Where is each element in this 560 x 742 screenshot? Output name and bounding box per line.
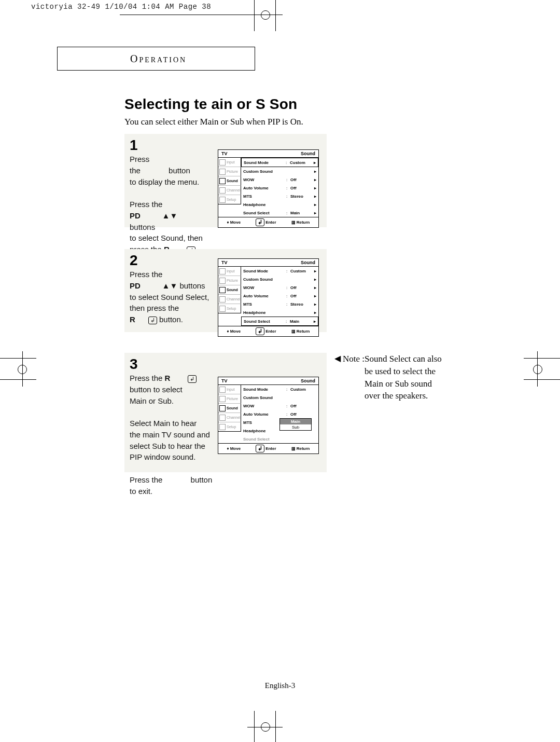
osd-row-mts: MTS:Stereo▸	[241, 192, 318, 200]
osd-step1: TVSound Input Picture Sound Channel Setu…	[218, 149, 319, 228]
return-icon: ▥	[291, 220, 296, 225]
osd-tab-setup: Setup	[218, 195, 241, 204]
enter-icon: ↲	[188, 375, 197, 383]
osd-footer: ♦Move ↲Enter ▥Return	[218, 326, 319, 337]
osd-sidebar: Input Picture Sound Channel Setup	[218, 385, 241, 444]
osd-tab-input: Input	[218, 158, 241, 167]
osd-row-sound-select: Sound Select	[241, 435, 318, 443]
osd-hdr-right: Sound	[301, 151, 315, 156]
osd-tab-picture: Picture	[218, 276, 241, 285]
osd-tab-channel: Channel	[218, 295, 241, 304]
enter-icon: ↲	[148, 317, 157, 324]
osd-row-sound-select: Sound Select:Main▸	[241, 317, 318, 326]
page-title: Selecting te ain or S Son	[124, 96, 297, 113]
osd-row-custom-sound: Custom Sound▸	[241, 167, 318, 175]
step-3-text: Press the R ↲ button to select Main or S…	[130, 373, 213, 497]
page-subtitle: You can select either Main or Sub when P…	[124, 117, 303, 127]
osd-tab-picture: Picture	[218, 394, 241, 404]
osd-footer: ♦Move ↲Enter ▥Return	[218, 217, 319, 228]
osd-row-mts: MTS:Stereo▸	[241, 300, 318, 308]
print-header: victoryia 32-49 1/10/04 1:04 AM Page 38	[31, 3, 211, 11]
osd-row-wow: WOW:Off	[241, 402, 318, 410]
left-arrow-icon: ◀	[334, 353, 341, 402]
osd-row-sound-select: Sound Select:Main▸	[241, 209, 318, 217]
osd-hdr-left: TV	[221, 151, 228, 156]
osd-tab-setup: Setup	[218, 422, 241, 432]
up-down-arrows-icon: ▲▼	[162, 211, 178, 220]
osd-row-custom-sound: Custom Sound	[241, 393, 318, 402]
step-2-text: Press the PD ▲▼ buttons to select Sound …	[130, 269, 213, 325]
osd-tab-sound: Sound	[218, 285, 241, 295]
osd-row-headphone: Headphone▸	[241, 308, 318, 317]
section-title: Operation	[130, 53, 187, 65]
osd-tab-input: Input	[218, 267, 241, 276]
osd-row-sound-mode: Sound Mode:Custom▸	[241, 158, 318, 167]
enter-icon: ↲	[256, 218, 264, 226]
channel-icon	[219, 187, 226, 194]
step-3-number: 3	[130, 356, 321, 373]
input-icon	[219, 159, 226, 166]
osd-sidebar: Input Picture Sound Channel Setup	[218, 267, 241, 326]
osd-footer: ♦Move ↲Enter ▥Return	[218, 444, 319, 454]
osd-row-wow: WOW:Off▸	[241, 175, 318, 184]
sound-select-popup: Main Sub	[279, 418, 312, 431]
osd-step3: TVSound Input Picture Sound Channel Setu…	[218, 377, 319, 454]
osd-tab-picture: Picture	[218, 167, 241, 176]
move-icon: ♦	[227, 220, 229, 225]
crop-mark-top	[254, 0, 276, 31]
picture-icon	[219, 169, 226, 175]
osd-step2: TVSound Input Picture Sound Channel Setu…	[218, 258, 319, 337]
setup-icon	[219, 197, 226, 203]
section-title-box: Operation	[57, 47, 255, 71]
crop-mark-left	[0, 358, 36, 380]
osd-sidebar: Input Picture Sound Channel Setup	[218, 158, 241, 217]
osd-row-sound-mode: Sound Mode:Custom	[241, 385, 318, 393]
osd-row-auto-volume: Auto Volume:Off	[241, 410, 318, 418]
page-number: English-3	[0, 681, 560, 690]
osd-row-custom-sound: Custom Sound▸	[241, 275, 318, 283]
popup-opt-sub: Sub	[280, 424, 311, 430]
up-down-arrows-icon: ▲▼	[162, 281, 178, 290]
osd-tab-sound: Sound	[218, 176, 241, 186]
osd-tab-input: Input	[218, 385, 241, 394]
sound-icon	[219, 178, 226, 184]
crop-mark-right	[524, 358, 560, 380]
osd-row-wow: WOW:Off▸	[241, 283, 318, 292]
osd-tab-setup: Setup	[218, 304, 241, 313]
osd-tab-channel: Channel	[218, 186, 241, 195]
crop-mark-bottom	[254, 711, 276, 742]
popup-opt-main: Main	[280, 419, 311, 424]
osd-tab-channel: Channel	[218, 413, 241, 422]
osd-row-auto-volume: Auto Volume:Off▸	[241, 292, 318, 300]
osd-row-headphone: Headphone▸	[241, 200, 318, 209]
osd-tab-sound: Sound	[218, 404, 241, 413]
side-note: ◀ Note :Sound Select can also Note :be u…	[334, 353, 480, 402]
osd-row-sound-mode: Sound Mode:Custom▸	[241, 267, 318, 275]
osd-row-auto-volume: Auto Volume:Off▸	[241, 184, 318, 192]
